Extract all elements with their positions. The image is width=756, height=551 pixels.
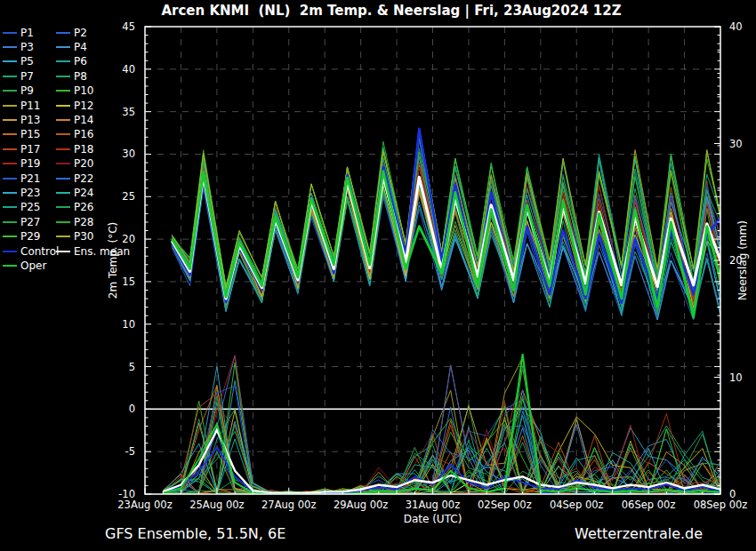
legend-label: P5 xyxy=(20,55,34,68)
legend-label: P22 xyxy=(74,172,94,185)
legend-item-p1: P1 xyxy=(3,26,34,39)
legend-label: P28 xyxy=(74,216,94,228)
legend-item-p17: P17 xyxy=(3,142,41,156)
legend-label: P30 xyxy=(74,230,94,243)
legend-item-p16: P16 xyxy=(56,128,94,141)
date-tick-label: 25Aug 00z xyxy=(189,499,244,511)
legend-swatch xyxy=(56,206,70,208)
legend-swatch xyxy=(3,236,17,237)
legend-item-p23: P23 xyxy=(3,186,41,199)
legend-swatch xyxy=(3,206,17,208)
date-tick-label: 27Aug 00z xyxy=(261,499,316,511)
legend-label: P11 xyxy=(20,100,41,112)
legend-swatch xyxy=(3,90,17,92)
legend-swatch xyxy=(3,119,17,121)
legend-label: Ens. mean xyxy=(74,245,130,258)
precip-tick-label: 10 xyxy=(729,371,743,384)
legend-label: P12 xyxy=(74,100,94,112)
legend-label: P2 xyxy=(74,27,87,39)
legend-swatch xyxy=(56,119,70,121)
temp-tick-label: 0 xyxy=(129,403,135,415)
legend-swatch xyxy=(56,178,70,180)
ensemble-plot-page: Arcen KNMI (NL) 2m Temp. & Neerslag | Fr… xyxy=(0,0,756,551)
precip-tick-label: 40 xyxy=(729,20,743,33)
legend-item-p22: P22 xyxy=(56,172,94,185)
legend-item-p25: P25 xyxy=(3,201,41,214)
legend-swatch xyxy=(56,133,70,135)
date-tick-label: 29Aug 00z xyxy=(334,499,388,511)
legend-item-p20: P20 xyxy=(56,157,94,171)
legend-swatch xyxy=(56,236,70,237)
date-tick-label: 04Sep 00z xyxy=(550,499,604,511)
legend-label: P29 xyxy=(20,230,41,243)
legend-label: P13 xyxy=(20,114,41,126)
legend-swatch xyxy=(3,163,17,164)
legend-item-p19: P19 xyxy=(3,157,41,171)
legend-label: P24 xyxy=(74,187,94,199)
legend-swatch xyxy=(56,192,70,194)
legend-swatch xyxy=(3,148,17,150)
legend-swatch xyxy=(3,265,17,267)
legend-item-oper: Oper xyxy=(3,259,46,272)
legend-swatch xyxy=(56,163,70,164)
legend-swatch xyxy=(56,221,70,223)
legend-item-p29: P29 xyxy=(3,230,41,244)
legend-item-p14: P14 xyxy=(56,113,94,126)
legend-item-p13: P13 xyxy=(3,113,41,126)
legend-label: P21 xyxy=(20,172,41,185)
legend-swatch xyxy=(56,46,70,48)
legend-label: P1 xyxy=(20,27,34,39)
legend-label: P6 xyxy=(74,55,87,68)
temp-tick-label: 10 xyxy=(122,318,135,331)
legend-item-p12: P12 xyxy=(56,99,94,112)
x-axis-label: Date (UTC) xyxy=(145,513,720,525)
legend-swatch xyxy=(3,105,17,107)
legend-label: P10 xyxy=(74,84,94,97)
legend-label: P25 xyxy=(20,201,41,213)
legend-item-p8: P8 xyxy=(56,69,87,83)
date-tick-label: 31Aug 00z xyxy=(406,499,460,511)
legend-label: P14 xyxy=(74,114,94,126)
legend-swatch xyxy=(56,105,70,107)
footer-model-info: GFS Ensemble, 51.5N, 6E xyxy=(105,525,286,542)
legend-item-p18: P18 xyxy=(56,142,94,156)
chart-title: Arcen KNMI (NL) 2m Temp. & Neerslag | Fr… xyxy=(27,3,756,19)
legend-swatch xyxy=(56,76,70,77)
legend-item-p15: P15 xyxy=(3,128,41,141)
legend-item-p6: P6 xyxy=(56,55,87,68)
series-members xyxy=(163,129,720,494)
date-tick-label: 02Sep 00z xyxy=(478,499,532,511)
legend-item-control: Control xyxy=(3,244,59,258)
legend-label: P3 xyxy=(20,41,34,53)
temp-tick-label: -5 xyxy=(125,445,135,458)
legend-item-p10: P10 xyxy=(56,84,94,98)
legend-item-p30: P30 xyxy=(56,230,94,244)
legend-swatch xyxy=(3,32,17,34)
legend-swatch xyxy=(3,60,17,62)
legend-swatch xyxy=(3,251,17,252)
legend-item-p7: P7 xyxy=(3,69,34,83)
temp-tick-label: 5 xyxy=(129,361,135,373)
legend-label: P26 xyxy=(74,201,94,213)
legend-swatch xyxy=(3,178,17,180)
legend-item-ens-mean: Ens. mean xyxy=(56,244,130,258)
legend-item-p21: P21 xyxy=(3,172,41,185)
legend-label: Control xyxy=(20,245,59,258)
legend-label: P19 xyxy=(20,157,41,170)
legend-label: P16 xyxy=(74,128,94,140)
legend-item-p3: P3 xyxy=(3,40,34,53)
legend-label: P8 xyxy=(74,70,87,83)
series-control-temp xyxy=(172,129,720,303)
legend-swatch xyxy=(56,32,70,34)
legend-label: P17 xyxy=(20,143,41,156)
precip-tick-label: 30 xyxy=(729,138,743,150)
legend-label: P27 xyxy=(20,216,41,228)
legend-swatch xyxy=(56,148,70,150)
legend-swatch xyxy=(3,133,17,135)
legend-swatch xyxy=(56,251,70,252)
legend-item-p4: P4 xyxy=(56,40,87,53)
legend-swatch xyxy=(3,76,17,77)
legend-label: P15 xyxy=(20,128,41,140)
legend-label: P4 xyxy=(74,41,87,53)
legend-label: P7 xyxy=(20,70,34,83)
